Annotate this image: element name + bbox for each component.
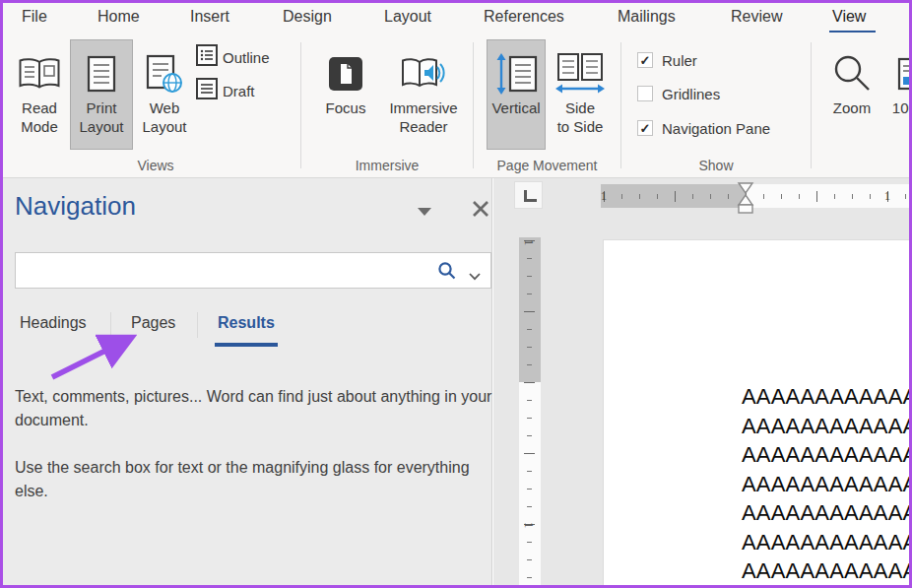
navigation-search-box[interactable] bbox=[15, 252, 491, 289]
results-help-paragraph-1: Text, comments, pictures... Word can fin… bbox=[15, 385, 499, 432]
gridlines-checkbox[interactable]: Gridlines bbox=[637, 85, 720, 102]
search-input[interactable] bbox=[24, 256, 412, 285]
document-text-line: AAAAAAAAAAAAAA bbox=[742, 556, 909, 586]
print-layout-label-line2: Layout bbox=[79, 117, 123, 136]
side-to-side-button[interactable]: Sideto Side bbox=[549, 39, 612, 150]
ruler-number: 1 bbox=[881, 188, 893, 204]
immersive-reader-icon bbox=[400, 49, 447, 98]
navigation-pane-checkbox-label: Navigation Pane bbox=[662, 120, 770, 137]
document-text-line: AAAAAAAAAAAAAA bbox=[742, 498, 909, 528]
document-text-line: AAAAAAAAAAAAAA bbox=[742, 528, 909, 557]
side-to-side-label-line2: to Side bbox=[557, 117, 604, 136]
search-icon[interactable] bbox=[437, 261, 457, 285]
draft-label: Draft bbox=[223, 83, 255, 99]
menu-item-review[interactable]: Review bbox=[731, 8, 782, 26]
left-tab-stop-icon bbox=[524, 190, 537, 202]
read-mode-label-line1: Read bbox=[21, 98, 58, 117]
search-options-chevron-icon[interactable] bbox=[469, 267, 481, 285]
group-divider bbox=[473, 42, 474, 168]
word-window: File Home Insert Design Layout Reference… bbox=[0, 0, 912, 588]
draft-icon bbox=[196, 78, 218, 103]
print-layout-icon bbox=[87, 49, 116, 98]
gridlines-checkbox-label: Gridlines bbox=[662, 86, 720, 102]
ruler-number: 1 bbox=[523, 235, 537, 249]
immersive-reader-label-line1: Immersive bbox=[389, 98, 457, 117]
ruler-ticks-half-inch bbox=[524, 237, 535, 585]
group-divider bbox=[811, 42, 812, 168]
tab-separator bbox=[197, 312, 198, 338]
outline-label: Outline bbox=[223, 49, 270, 66]
results-help-paragraph-2: Use the search box for text or the magni… bbox=[15, 456, 499, 503]
vertical-ruler: 1 1 bbox=[519, 237, 541, 585]
navigation-pane-checkbox[interactable]: ✓ Navigation Pane bbox=[637, 119, 770, 137]
zoom-button[interactable]: Zoom bbox=[823, 39, 880, 150]
ruler-ticks-half-inch bbox=[601, 191, 909, 202]
ruler-checkbox[interactable]: ✓ Ruler bbox=[637, 51, 697, 69]
read-mode-button[interactable]: ReadMode bbox=[11, 39, 68, 150]
print-layout-button[interactable]: PrintLayout bbox=[70, 39, 133, 150]
menu-item-mailings[interactable]: Mailings bbox=[618, 8, 676, 26]
zoom-icon bbox=[831, 49, 873, 98]
document-text-line: AAAAAAAAAAAAAA bbox=[742, 382, 909, 412]
navigation-pane-checkbox-box[interactable]: ✓ bbox=[637, 120, 653, 136]
menu-item-view[interactable]: View bbox=[832, 8, 866, 26]
document-text-line: AAAAAAAAAAAAAA bbox=[742, 470, 909, 499]
read-mode-label-line2: Mode bbox=[21, 117, 58, 136]
menu-item-design[interactable]: Design bbox=[283, 8, 332, 26]
read-mode-icon bbox=[18, 49, 61, 98]
immersive-reader-label-line2: Reader bbox=[389, 117, 457, 136]
print-layout-label-line1: Print bbox=[79, 98, 123, 117]
side-to-side-label-line1: Side bbox=[557, 98, 604, 117]
ruler-checkbox-box[interactable]: ✓ bbox=[637, 52, 653, 68]
focus-button[interactable]: Focus bbox=[316, 39, 375, 150]
indent-markers[interactable] bbox=[737, 182, 754, 228]
vertical-label: Vertical bbox=[491, 98, 540, 117]
document-text-line: AAAAAAAAAAAAAA bbox=[742, 440, 909, 470]
side-to-side-icon bbox=[554, 49, 607, 98]
navigation-pane-title: Navigation bbox=[15, 191, 136, 222]
pane-options-chevron-icon[interactable] bbox=[418, 208, 431, 216]
group-label-views: Views bbox=[11, 158, 300, 173]
web-layout-button[interactable]: WebLayout bbox=[135, 39, 194, 150]
vertical-button[interactable]: Vertical bbox=[487, 39, 546, 150]
ruler-number: 1 bbox=[523, 518, 537, 532]
zoom-100-label: 100% bbox=[892, 98, 912, 117]
vertical-icon bbox=[494, 49, 538, 98]
outline-button[interactable]: Outline bbox=[196, 45, 270, 69]
horizontal-ruler: 1 1 bbox=[601, 184, 909, 208]
menu-bar: File Home Insert Design Layout Reference… bbox=[3, 3, 909, 33]
menu-item-file[interactable]: File bbox=[22, 8, 47, 26]
document-area: 1 1 1 1 AAAAAAAAAAAAAA AAAAAAAAAAAAAA AA… bbox=[493, 178, 909, 585]
web-layout-label-line1: Web bbox=[142, 98, 186, 117]
group-divider bbox=[620, 42, 621, 168]
group-label-immersive: Immersive bbox=[301, 158, 473, 173]
web-layout-icon bbox=[146, 49, 183, 98]
immersive-reader-button[interactable]: ImmersiveReader bbox=[377, 39, 470, 150]
annotation-arrow-to-pages-tab bbox=[40, 328, 147, 389]
menu-item-references[interactable]: References bbox=[484, 8, 564, 26]
zoom-100-button[interactable]: 100% bbox=[882, 39, 912, 150]
web-layout-label-line2: Layout bbox=[142, 117, 186, 136]
zoom-label: Zoom bbox=[833, 98, 871, 117]
menu-item-insert[interactable]: Insert bbox=[190, 8, 229, 26]
group-divider bbox=[300, 42, 301, 168]
draft-button[interactable]: Draft bbox=[196, 79, 255, 102]
ribbon-view-tab: ReadMode PrintLayout bbox=[3, 33, 909, 178]
pane-close-icon[interactable] bbox=[472, 200, 489, 218]
group-label-page-movement: Page Movement bbox=[474, 158, 620, 173]
gridlines-checkbox-box[interactable] bbox=[637, 86, 653, 101]
menu-item-layout[interactable]: Layout bbox=[384, 8, 431, 26]
document-text: AAAAAAAAAAAAAA AAAAAAAAAAAAAA AAAAAAAAAA… bbox=[742, 382, 909, 586]
focus-label: Focus bbox=[326, 98, 366, 117]
navigation-pane: Navigation Headings Page bbox=[3, 178, 492, 585]
zoom-100-icon bbox=[897, 49, 912, 98]
ruler-checkbox-label: Ruler bbox=[662, 52, 697, 69]
outline-icon bbox=[196, 44, 218, 70]
group-label-show: Show bbox=[621, 158, 811, 173]
focus-icon bbox=[328, 49, 363, 98]
active-results-tab-underline bbox=[215, 343, 278, 347]
tab-stop-selector[interactable] bbox=[514, 181, 543, 209]
document-text-line: AAAAAAAAAAAAAA bbox=[742, 412, 909, 441]
tab-results[interactable]: Results bbox=[218, 314, 275, 332]
menu-item-home[interactable]: Home bbox=[98, 8, 140, 26]
